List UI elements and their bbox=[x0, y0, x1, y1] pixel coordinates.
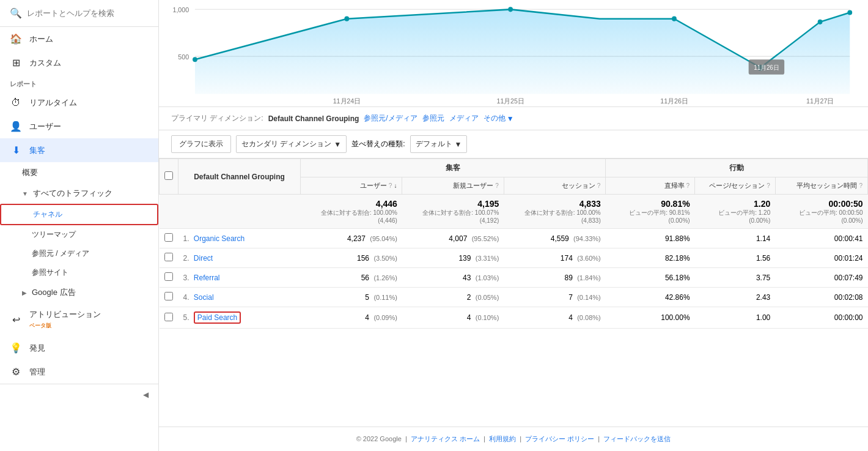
sort-dropdown[interactable]: デフォルト ▼ bbox=[410, 135, 468, 153]
admin-icon: ⚙ bbox=[10, 366, 22, 378]
chevron-right-icon: ▶ bbox=[22, 289, 27, 296]
svg-text:11月25日: 11月25日 bbox=[497, 97, 524, 105]
col-header-sessions[interactable]: セッション ? bbox=[504, 177, 605, 195]
chevron-down-icon-sort: ▼ bbox=[455, 140, 462, 149]
dim-link-ref[interactable]: 参照元 bbox=[422, 113, 444, 124]
row-checkbox-2[interactable] bbox=[164, 272, 173, 281]
pages-per-session: 2.43 bbox=[695, 288, 776, 307]
avg-session: 00:07:49 bbox=[775, 268, 867, 288]
main-content: 1,000 500 11月24日 11月25日 11月26日 11月27日 bbox=[159, 0, 868, 451]
sidebar-channels-label: チャネル bbox=[33, 209, 62, 220]
svg-text:11月24日: 11月24日 bbox=[333, 97, 361, 105]
sidebar-item-acquisition[interactable]: ⬇ 集客 bbox=[0, 138, 158, 162]
svg-point-11 bbox=[508, 7, 513, 12]
new-users-value: 139 bbox=[458, 254, 471, 263]
sidebar-sub-all-traffic[interactable]: ▼ すべてのトラフィック bbox=[0, 183, 158, 204]
sidebar-item-realtime[interactable]: ⏱ リアルタイム bbox=[0, 91, 158, 114]
row-checkbox-3[interactable] bbox=[164, 292, 173, 300]
sidebar-admin-label: 管理 bbox=[29, 367, 45, 378]
avg-session: 00:02:08 bbox=[775, 288, 867, 307]
pages-per-session: 1.00 bbox=[695, 307, 776, 329]
select-all-checkbox[interactable] bbox=[164, 171, 173, 180]
col-header-pages-per-session[interactable]: ページ/セッション ? bbox=[695, 177, 776, 195]
sidebar-item-custom[interactable]: ⊞ カスタム bbox=[0, 51, 158, 75]
row-num: 4. bbox=[183, 293, 189, 302]
sessions-value: 7 bbox=[568, 293, 573, 302]
col-header-bounce-rate[interactable]: 直帰率 ? bbox=[606, 177, 695, 195]
search-input[interactable] bbox=[27, 9, 149, 18]
sessions-pct: (3.60%) bbox=[577, 255, 601, 262]
col-group-acquisition: 集客 bbox=[301, 159, 606, 177]
sidebar-sub-all-traffic-label: すべてのトラフィック bbox=[33, 188, 112, 199]
svg-point-14 bbox=[818, 20, 823, 24]
sidebar-collapse-button[interactable]: ◀ bbox=[0, 384, 158, 405]
row-checkbox-4[interactable] bbox=[164, 313, 173, 321]
row-num: 1. bbox=[183, 234, 189, 243]
acquisition-icon: ⬇ bbox=[10, 144, 22, 156]
users-pct: (95.04%) bbox=[370, 235, 397, 242]
new-users-value: 4,007 bbox=[449, 234, 467, 243]
sidebar-sub-channels[interactable]: チャネル bbox=[0, 204, 158, 225]
svg-text:1,000: 1,000 bbox=[172, 6, 189, 13]
row-checkbox-0[interactable] bbox=[164, 233, 173, 242]
row-num: 5. bbox=[183, 313, 189, 322]
sidebar-sub-google-ads[interactable]: ▶ Google 広告 bbox=[0, 282, 158, 303]
dim-other-dropdown[interactable]: その他 ▼ bbox=[484, 113, 514, 124]
svg-point-15 bbox=[847, 10, 852, 15]
sessions-pct: (0.08%) bbox=[577, 314, 601, 321]
sidebar-referral-site-label: 参照サイト bbox=[32, 267, 68, 278]
secondary-dim-dropdown[interactable]: セカンダリ ディメンション ▼ bbox=[236, 135, 347, 153]
footer-link-feedback[interactable]: フィードバックを送信 bbox=[603, 435, 671, 442]
dim-link-media[interactable]: メディア bbox=[449, 113, 479, 124]
sidebar-item-attribution[interactable]: ↩ アトリビューション ベータ版 bbox=[0, 303, 158, 336]
table-total-row: 4,446 全体に対する割合: 100.00% (4,446) 4,195 全体… bbox=[160, 195, 868, 229]
discovery-icon: 💡 bbox=[10, 342, 22, 354]
new-users-pct: (3.31%) bbox=[476, 255, 499, 262]
sidebar-sub-overview[interactable]: 概要 bbox=[0, 162, 158, 183]
footer-link-analytics[interactable]: アナリティクス ホーム bbox=[411, 435, 480, 442]
sidebar-item-users[interactable]: 👤 ユーザー bbox=[0, 114, 158, 138]
chart-area: 1,000 500 11月24日 11月25日 11月26日 11月27日 bbox=[159, 0, 868, 107]
svg-point-12 bbox=[672, 17, 677, 21]
channel-link[interactable]: Paid Search bbox=[197, 313, 237, 322]
sidebar-sub-referral-site[interactable]: 参照サイト bbox=[0, 263, 158, 282]
channel-link[interactable]: Social bbox=[194, 293, 214, 302]
channel-link[interactable]: Organic Search bbox=[194, 234, 245, 243]
sidebar-sub-referral-media[interactable]: 参照元 / メディア bbox=[0, 244, 158, 263]
svg-text:11月26日: 11月26日 bbox=[754, 64, 779, 70]
collapse-icon: ◀ bbox=[143, 390, 149, 399]
users-value: 56 bbox=[361, 274, 369, 282]
sessions-value: 89 bbox=[564, 274, 572, 282]
graph-display-button[interactable]: グラフに表示 bbox=[171, 135, 231, 153]
new-users-pct: (0.05%) bbox=[476, 294, 499, 301]
footer-link-terms[interactable]: 利用規約 bbox=[489, 435, 516, 442]
users-pct: (1.26%) bbox=[373, 274, 397, 281]
channel-link[interactable]: Referral bbox=[194, 274, 220, 282]
home-icon: 🏠 bbox=[10, 33, 22, 45]
row-checkbox-1[interactable] bbox=[164, 253, 173, 261]
sidebar-item-home[interactable]: 🏠 ホーム bbox=[0, 27, 158, 51]
chevron-down-icon: ▼ bbox=[334, 140, 341, 149]
bounce-rate: 91.88% bbox=[606, 229, 695, 248]
footer-link-privacy[interactable]: プライバシー ポリシー bbox=[525, 435, 594, 442]
table-row: 1. Organic Search 4,237 (95.04%) 4,007 (… bbox=[160, 229, 868, 248]
table-controls: グラフに表示 セカンダリ ディメンション ▼ 並べ替えの種類: デフォルト ▼ bbox=[159, 130, 868, 158]
sidebar-referral-media-label: 参照元 / メディア bbox=[32, 248, 89, 259]
col-header-users[interactable]: ユーザー ? ↓ bbox=[301, 177, 402, 195]
dim-link-ref-media[interactable]: 参照元/メディア bbox=[364, 113, 417, 124]
data-table: Default Channel Grouping 集客 行動 ユーザー ? ↓ bbox=[159, 158, 868, 329]
bounce-rate: 82.18% bbox=[606, 248, 695, 268]
col-header-new-users[interactable]: 新規ユーザー ? bbox=[402, 177, 504, 195]
svg-point-10 bbox=[344, 17, 349, 21]
sidebar-item-discovery[interactable]: 💡 発見 bbox=[0, 336, 158, 360]
users-pct: (0.11%) bbox=[373, 294, 397, 301]
table-row: 5. Paid Search 4 (0.09%) 4 (0.10%) 4 (0.… bbox=[160, 307, 868, 329]
col-header-avg-session[interactable]: 平均セッション時間 ? bbox=[775, 177, 867, 195]
chart-svg: 1,000 500 11月24日 11月25日 11月26日 11月27日 bbox=[171, 0, 856, 106]
sidebar-item-admin[interactable]: ⚙ 管理 bbox=[0, 360, 158, 384]
sidebar-acquisition-label: 集客 bbox=[29, 145, 45, 156]
users-pct: (3.50%) bbox=[373, 255, 397, 262]
sort-label: 並べ替えの種類: bbox=[351, 139, 405, 149]
channel-link[interactable]: Direct bbox=[194, 254, 213, 263]
sidebar-sub-treemap[interactable]: ツリーマップ bbox=[0, 225, 158, 244]
